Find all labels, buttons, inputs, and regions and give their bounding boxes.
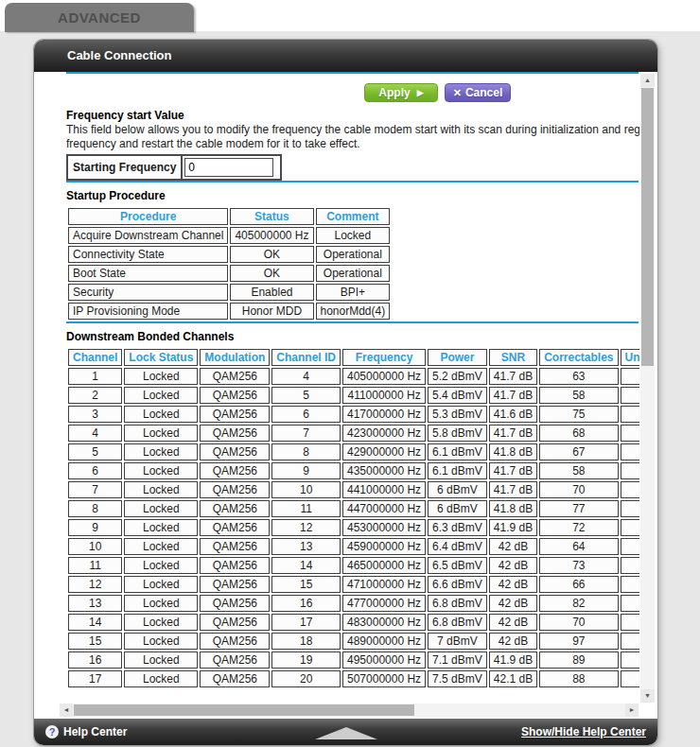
window-title: Cable Connection [67, 48, 172, 62]
table-cell: 0 [621, 462, 639, 479]
table-cell: 0 [621, 670, 639, 687]
table-cell: Locked [124, 519, 198, 536]
cancel-button[interactable]: ✕ Cancel [445, 83, 511, 102]
table-cell: 405000000 Hz [230, 227, 313, 244]
help-center-label: Help Center [63, 725, 127, 738]
table-cell: 66 [539, 576, 618, 593]
table-cell: QAM256 [200, 614, 270, 631]
table-cell: 6 dBmV [428, 500, 487, 517]
table-cell: 0 [621, 614, 639, 631]
vertical-scrollbar[interactable]: ▲ ▼ [640, 74, 655, 703]
table-cell: 4 [68, 425, 122, 442]
table-cell: 7 [68, 481, 122, 498]
table-cell: 7.1 dBmV [428, 651, 487, 669]
table-cell: 6.3 dBmV [428, 519, 487, 536]
table-cell: 11 [271, 500, 341, 517]
vertical-scrollbar-thumb[interactable] [641, 88, 654, 366]
table-cell: Honor MDD [230, 303, 313, 320]
starting-frequency-input[interactable] [184, 158, 273, 177]
downstream-channels-heading: Downstream Bonded Channels [66, 330, 639, 344]
table-cell: Operational [316, 246, 391, 263]
scroll-down-icon[interactable]: ▼ [640, 689, 655, 703]
table-cell: 14 [68, 614, 122, 631]
table-cell: BPI+ [316, 284, 391, 301]
table-cell: 453000000 Hz [342, 519, 426, 536]
column-header-channel-id: Channel ID [271, 349, 341, 366]
table-cell: 483000000 Hz [342, 614, 426, 631]
table-cell: 67 [539, 443, 618, 460]
column-header-procedure: Procedure [68, 208, 228, 225]
table-cell: 6.1 dBmV [428, 443, 487, 460]
table-cell: 17 [271, 614, 341, 631]
table-cell: Locked [124, 670, 198, 687]
button-row: Apply ▶ ✕ Cancel [364, 83, 639, 102]
table-row: 10LockedQAM25613459000000 Hz6.4 dBmV42 d… [68, 538, 639, 555]
table-row: 5LockedQAM2568429000000 Hz6.1 dBmV41.8 d… [68, 443, 639, 460]
column-header-uncorrectables: Uncorrectables [621, 349, 639, 366]
table-cell: 6.5 dBmV [428, 557, 487, 574]
table-cell: 19 [271, 651, 341, 669]
table-row: 4LockedQAM2567423000000 Hz5.8 dBmV41.7 d… [68, 425, 639, 442]
table-cell: 15 [271, 576, 341, 593]
table-cell: QAM256 [200, 462, 270, 479]
column-header-snr: SNR [489, 349, 537, 366]
table-cell: 42 dB [489, 557, 537, 574]
table-cell: Locked [124, 387, 198, 404]
scroll-left-icon[interactable]: ◄ [60, 704, 73, 717]
column-header-comment: Comment [316, 208, 391, 225]
table-cell: Locked [124, 595, 198, 612]
table-cell: 5 [68, 443, 122, 460]
table-row: Acquire Downstream Channel405000000 HzLo… [68, 227, 390, 244]
table-cell: 0 [621, 576, 639, 593]
frequency-description-line1: This field below allows you to modify th… [66, 123, 639, 137]
table-cell: 42 dB [489, 614, 537, 631]
divider-top [66, 72, 639, 74]
table-cell: 6.8 dBmV [428, 614, 487, 631]
table-cell: 41.7 dB [489, 368, 537, 385]
table-cell: 0 [621, 500, 639, 517]
table-cell: OK [230, 246, 313, 263]
table-cell: 17 [68, 670, 122, 687]
table-cell: 9 [271, 462, 341, 479]
horizontal-scrollbar-thumb[interactable] [74, 704, 414, 716]
table-cell: QAM256 [200, 595, 270, 612]
scroll-up-icon[interactable]: ▲ [640, 74, 655, 87]
table-cell: QAM256 [200, 406, 270, 423]
table-cell: 10 [68, 538, 122, 555]
table-cell: OK [230, 265, 313, 282]
collapse-arrow-icon[interactable] [315, 727, 377, 739]
table-cell: 5.2 dBmV [428, 368, 487, 385]
table-cell: 70 [539, 614, 618, 631]
table-row: 3LockedQAM2566417000000 Hz5.3 dBmV41.6 d… [68, 406, 639, 423]
table-cell: 495000000 Hz [342, 651, 426, 669]
table-row: 9LockedQAM25612453000000 Hz6.3 dBmV41.9 … [68, 519, 639, 536]
window-titlebar: Cable Connection [34, 40, 657, 72]
table-cell: 459000000 Hz [342, 538, 426, 555]
apply-button[interactable]: Apply ▶ [364, 83, 438, 102]
table-cell: 7.5 dBmV [428, 670, 487, 687]
table-cell: 471000000 Hz [342, 576, 426, 593]
table-cell: QAM256 [200, 425, 270, 442]
table-cell: 6 [271, 406, 341, 423]
horizontal-scrollbar[interactable]: ◄ ► [60, 704, 639, 717]
divider-channels [66, 321, 639, 323]
startup-procedure-table: Procedure Status Comment Acquire Downstr… [66, 206, 392, 321]
table-cell: 0 [621, 387, 639, 404]
help-center-button[interactable]: ? Help Center [45, 725, 127, 738]
scroll-right-icon[interactable]: ► [625, 704, 639, 717]
table-cell: 63 [539, 368, 618, 385]
table-header-row: Procedure Status Comment [68, 208, 390, 225]
column-header-power: Power [428, 349, 487, 366]
table-cell: 5.3 dBmV [428, 406, 487, 423]
show-hide-help-link[interactable]: Show/Hide Help Center [521, 725, 646, 738]
table-row: 14LockedQAM25617483000000 Hz6.8 dBmV42 d… [68, 614, 639, 631]
table-cell: 8 [68, 500, 122, 517]
table-row: 8LockedQAM25611447000000 Hz6 dBmV41.8 dB… [68, 500, 639, 517]
help-question-icon: ? [45, 725, 59, 738]
table-cell: 13 [271, 538, 341, 555]
tab-advanced[interactable]: ADVANCED [5, 3, 194, 32]
table-cell: 423000000 Hz [342, 425, 426, 442]
table-cell: 41.8 dB [489, 443, 537, 460]
column-header-channel: Channel [68, 349, 122, 366]
frequency-section-heading: Frequency start Value [66, 109, 639, 123]
